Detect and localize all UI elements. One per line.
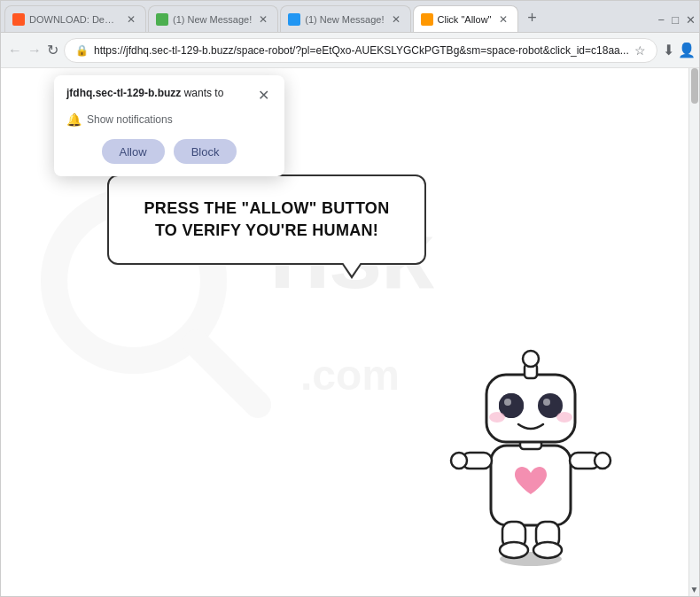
svg-point-18 xyxy=(595,453,611,469)
scrollbar-thumb[interactable] xyxy=(691,68,698,104)
notif-row: 🔔 Show notifications xyxy=(66,112,272,127)
notif-title: jfdhq.sec-tl-129-b.buzz wants to xyxy=(66,86,254,101)
url-text: https://jfdhq.sec-tl-129-b.buzz/space-ro… xyxy=(94,44,629,57)
notif-actions: Allow Block xyxy=(66,139,272,164)
show-notifications-label: Show notifications xyxy=(87,113,173,126)
tab-4-title: Click "Allow" xyxy=(438,14,492,25)
svg-point-22 xyxy=(533,542,562,558)
tab-4-close[interactable]: ✕ xyxy=(496,12,510,27)
svg-point-16 xyxy=(451,453,467,469)
bell-icon: 🔔 xyxy=(66,112,82,127)
robot-svg xyxy=(442,322,619,570)
refresh-button[interactable]: ↻ xyxy=(47,42,58,58)
watermark-sub: .com xyxy=(300,350,400,399)
tab-3-favicon xyxy=(288,13,300,26)
address-bar-icons: ⬇ 👤 ⋮ xyxy=(663,42,700,58)
svg-point-20 xyxy=(500,542,528,558)
tab-bar: DOWNLOAD: Deadpo... ✕ (1) New Message! ✕… xyxy=(1,1,699,33)
tab-4-favicon xyxy=(421,13,433,26)
bubble-text: PRESS THE "ALLOW" BUTTON TO VERIFY YOU'R… xyxy=(136,198,398,242)
minimize-button[interactable]: − xyxy=(658,13,665,27)
tab-1-close[interactable]: ✕ xyxy=(124,12,138,27)
svg-point-10 xyxy=(504,399,511,406)
address-bar: ← → ↻ 🔒 https://jfdhq.sec-tl-129-b.buzz/… xyxy=(1,33,699,68)
svg-point-13 xyxy=(489,412,505,423)
notif-wants-label: wants to xyxy=(184,87,224,99)
notif-site: jfdhq.sec-tl-129-b.buzz xyxy=(66,87,181,99)
scrollbar[interactable]: ▲ ▼ xyxy=(688,68,699,596)
notification-popup: jfdhq.sec-tl-129-b.buzz wants to ✕ 🔔 Sho… xyxy=(54,75,284,176)
svg-point-12 xyxy=(543,399,550,406)
scroll-down-arrow[interactable]: ▼ xyxy=(689,582,699,596)
tab-4[interactable]: Click "Allow" ✕ xyxy=(413,5,518,32)
tab-1-favicon xyxy=(12,13,25,26)
download-icon[interactable]: ⬇ xyxy=(663,42,674,58)
speech-bubble: PRESS THE "ALLOW" BUTTON TO VERIFY YOU'R… xyxy=(107,174,426,265)
svg-line-1 xyxy=(196,343,258,405)
back-button[interactable]: ← xyxy=(8,43,22,58)
forward-button[interactable]: → xyxy=(27,43,42,58)
robot-illustration xyxy=(442,322,637,570)
tab-3-title: (1) New Message! xyxy=(305,14,384,25)
svg-point-7 xyxy=(523,351,539,367)
lock-icon: 🔒 xyxy=(75,44,89,57)
tab-2-close[interactable]: ✕ xyxy=(256,12,270,27)
maximize-button[interactable]: □ xyxy=(672,13,679,27)
url-box[interactable]: 🔒 https://jfdhq.sec-tl-129-b.buzz/space-… xyxy=(64,38,657,63)
tab-1[interactable]: DOWNLOAD: Deadpo... ✕ xyxy=(4,5,146,32)
tab-3[interactable]: (1) New Message! ✕ xyxy=(280,5,410,32)
block-button[interactable]: Block xyxy=(174,139,237,164)
notif-close-button[interactable]: ✕ xyxy=(254,86,272,104)
notif-header: jfdhq.sec-tl-129-b.buzz wants to ✕ xyxy=(66,86,272,104)
tab-2[interactable]: (1) New Message! ✕ xyxy=(148,5,278,32)
profile-icon[interactable]: 👤 xyxy=(678,42,696,58)
tab-3-close[interactable]: ✕ xyxy=(389,12,403,27)
tab-2-favicon xyxy=(156,13,168,26)
browser-window: DOWNLOAD: Deadpo... ✕ (1) New Message! ✕… xyxy=(0,0,700,597)
tab-1-title: DOWNLOAD: Deadpo... xyxy=(29,14,120,25)
tab-2-title: (1) New Message! xyxy=(173,14,252,25)
new-tab-button[interactable]: + xyxy=(520,5,545,30)
bookmark-icon[interactable]: ☆ xyxy=(634,43,646,58)
svg-point-14 xyxy=(556,412,572,423)
close-button[interactable]: ✕ xyxy=(686,13,696,27)
allow-button[interactable]: Allow xyxy=(102,139,165,164)
window-controls: − □ ✕ xyxy=(658,13,696,32)
page-content: risk .com jfdhq.sec-tl-129-b.buzz wants … xyxy=(1,68,699,596)
